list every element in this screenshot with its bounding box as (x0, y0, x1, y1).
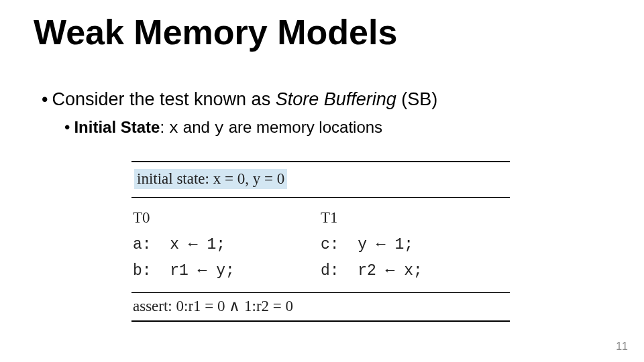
bullet1-post: (SB) (396, 89, 438, 109)
bullet-level-2: • Initial State: x and y are memory loca… (64, 118, 617, 137)
bullet-text: Consider the test known as Store Bufferi… (52, 88, 437, 111)
thread-0-header: T0 (133, 204, 321, 231)
thread-columns: T0 a: x ← 1; b: r1 ← y; T1 c: y ← 1; d: … (131, 198, 510, 292)
thread-0-column: T0 a: x ← 1; b: r1 ← y; (133, 204, 321, 284)
thread-1-header: T1 (321, 204, 508, 231)
thread-1-line-c: c: y ← 1; (321, 232, 508, 258)
bullet-level-1: • Consider the test known as Store Buffe… (42, 88, 617, 111)
bullet2-mid: and (178, 118, 214, 136)
slide-title: Weak Memory Models (34, 12, 397, 52)
page-number: 11 (616, 341, 628, 353)
initial-state-row: initial state: x = 0, y = 0 (131, 162, 510, 197)
bullet-dot: • (42, 88, 48, 111)
bullet2-tail: are memory locations (224, 118, 382, 136)
bullet2-sep: : (160, 118, 168, 136)
thread-0-line-b: b: r1 ← y; (133, 258, 321, 284)
thread-1-line-d: d: r2 ← x; (321, 258, 508, 284)
bullet2-x: x (169, 119, 178, 137)
slide-body: • Consider the test known as Store Buffe… (42, 88, 617, 137)
initial-state-text: initial state: x = 0, y = 0 (134, 169, 287, 189)
assert-row: assert: 0:r1 = 0 ∧ 1:r2 = 0 (131, 293, 510, 320)
bullet1-pre: Consider the test known as (52, 89, 275, 109)
thread-1-column: T1 c: y ← 1; d: r2 ← x; (321, 204, 508, 284)
thread-0-line-a: a: x ← 1; (133, 232, 321, 258)
bullet2-label: Initial State (74, 118, 160, 136)
slide: Weak Memory Models • Consider the test k… (0, 0, 644, 362)
bullet-dot: • (64, 118, 70, 137)
bullet1-emph: Store Buffering (276, 89, 396, 109)
rule-bottom (131, 320, 510, 322)
bullet2-y: y (215, 119, 224, 137)
bullet2-text: Initial State: x and y are memory locati… (74, 118, 382, 137)
code-table: initial state: x = 0, y = 0 T0 a: x ← 1;… (131, 161, 510, 322)
